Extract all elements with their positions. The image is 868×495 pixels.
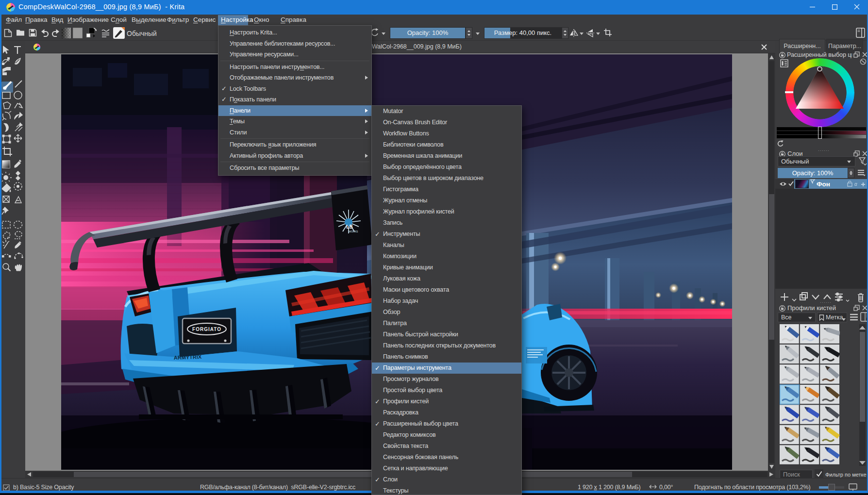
- svg-text:LB: LB: [346, 224, 352, 230]
- svg-text:ARMYTRIX: ARMYTRIX: [174, 354, 202, 361]
- svg-text:WORKS: WORKS: [349, 230, 359, 233]
- svg-text:FORGIATO: FORGIATO: [192, 327, 221, 332]
- svg-text:α: α: [854, 182, 857, 187]
